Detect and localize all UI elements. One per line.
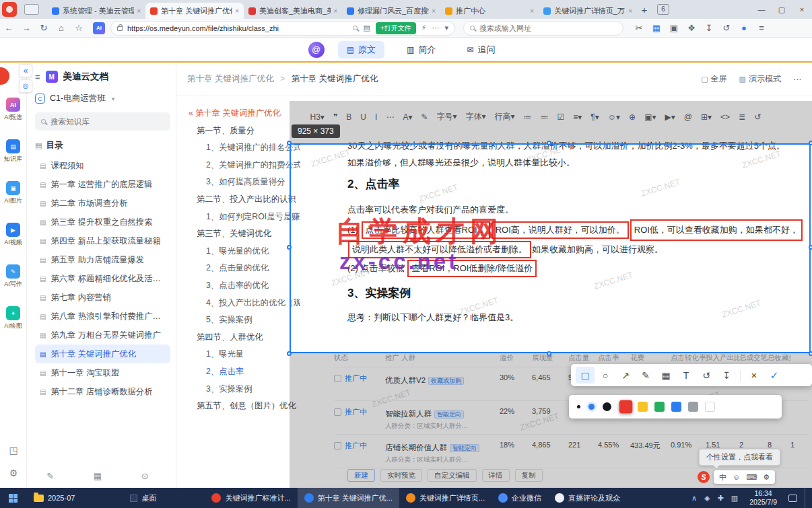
tab-close-icon[interactable]: × — [137, 7, 141, 15]
text-tool[interactable]: T — [677, 367, 696, 384]
hamburger-icon[interactable]: ≡ — [35, 72, 40, 82]
window-close-button[interactable]: × — [792, 5, 812, 13]
browser-tab[interactable]: 关键词推广详情页_万... × — [539, 3, 637, 19]
extensions-icon[interactable]: ❖ — [683, 23, 700, 33]
edit-icon[interactable]: ✎ — [46, 471, 54, 481]
ime-button[interactable]: ⚙ — [763, 473, 770, 482]
tray-icon[interactable]: ▥ — [731, 494, 738, 503]
chapter-item[interactable]: ▤ 第三章 提升权重之自然搜索 — [35, 213, 170, 231]
reader-mode-icon[interactable]: ▣ — [665, 23, 683, 33]
toc-item[interactable]: 5、实操案例 — [189, 312, 300, 329]
tray-icon[interactable]: ∧ — [691, 494, 697, 503]
color-swatch[interactable] — [654, 402, 665, 412]
browser-tab[interactable]: 修理漏门风云_百度搜索 × — [342, 3, 440, 19]
breadcrumb-parent[interactable]: 第十章 关键词推广优化 — [187, 74, 273, 83]
brush-size-dot[interactable] — [588, 404, 595, 410]
tab-close-icon[interactable]: × — [432, 7, 436, 15]
back-icon[interactable]: ← — [0, 23, 18, 33]
color-swatch[interactable] — [619, 400, 633, 414]
taskbar-app-button[interactable]: 关键词推广详情页... — [399, 488, 492, 508]
toc-item[interactable]: 3、点击率的优化 — [189, 277, 300, 295]
rail-ai-video[interactable]: ▶ AI视频 — [4, 223, 22, 247]
browser-tab[interactable]: 系统管理 - 美迪云管理... × — [47, 3, 145, 19]
taskbar-clock[interactable]: 16:34 2025/7/9 — [745, 489, 781, 507]
toc-item[interactable]: 3、实操案例 — [189, 381, 300, 398]
resize-handle[interactable] — [287, 141, 292, 145]
toc-item[interactable]: 第五节、创意（图片）优化 — [189, 398, 300, 415]
window-minimize-button[interactable]: — — [751, 5, 772, 13]
taskbar-app-button[interactable]: 企业微信 — [492, 488, 548, 508]
fullscreen-button[interactable]: ▢全屏 — [701, 73, 726, 85]
kb-search-input[interactable] — [50, 118, 151, 126]
show-desktop-button[interactable] — [805, 488, 808, 508]
tab-close-icon[interactable]: × — [235, 7, 239, 15]
power-icon[interactable]: ⊙ — [141, 471, 149, 481]
rail-ai-draw[interactable]: ✦ AI绘图 — [4, 306, 22, 330]
chapter-item[interactable]: ▤ 第十一章 淘宝联盟 — [35, 363, 170, 382]
rail-ai-select[interactable]: AI AI甄选 — [4, 98, 22, 122]
ime-button[interactable]: ☺ — [733, 473, 740, 481]
taskbar-app-button[interactable]: 直播评论及观众 — [548, 488, 627, 508]
browser-tab[interactable]: 美迪创客_美迪电商_美... × — [244, 3, 342, 19]
chapter-item[interactable]: ▤ 第十二章 店铺诊断数据分析 — [35, 382, 170, 401]
toc-item[interactable]: 2、关键词推广的扣费公式 — [189, 157, 300, 174]
view-mode-button[interactable]: ▤ 原文 — [338, 41, 384, 59]
rail-knowledge-base[interactable]: ▤ 知识库 — [4, 139, 22, 164]
cancel-capture-icon[interactable]: × — [745, 367, 764, 384]
toc-item[interactable]: 2、点击量的优化 — [189, 260, 300, 277]
toc-item[interactable]: 第四节、人群优化 — [189, 329, 300, 347]
taskbar-desktop-button[interactable]: 桌面 — [123, 488, 163, 508]
ime-button[interactable]: 中 — [719, 472, 726, 482]
screenshot-selection[interactable] — [290, 143, 811, 353]
pen-tool[interactable]: ✎ — [636, 367, 655, 384]
ai-assistant-icon[interactable]: AI — [93, 22, 105, 34]
toc-item[interactable]: 第三节、关键词优化 — [189, 225, 300, 243]
class-selector[interactable]: C C1-电商运营班 ▾ — [35, 93, 170, 104]
tab-close-icon[interactable]: × — [628, 7, 632, 15]
toc-item[interactable]: 第一节、质量分 — [189, 122, 300, 140]
rail-ai-writing[interactable]: ✎ AI写作 — [4, 264, 22, 289]
screenshot-scissors-icon[interactable]: ✂ — [630, 23, 648, 33]
chapter-item[interactable]: ▤ 课程须知 — [35, 156, 170, 175]
new-tab-button[interactable]: + — [637, 4, 652, 15]
taskbar-app-button[interactable]: 第十章 关键词推广优... — [298, 488, 399, 508]
chapter-item[interactable]: ▤ 第二章 市场调查分析 — [35, 194, 170, 213]
toc-item[interactable]: 1、关键词推广的排名公式 — [189, 139, 300, 157]
toc-item[interactable]: 3、如何提高质量得分 — [189, 174, 300, 191]
bookmark-star-icon[interactable]: ☆ — [70, 23, 88, 33]
taskbar-folder-button[interactable]: 2025-07 — [27, 488, 81, 508]
rail-ai-image[interactable]: ▣ AI图片 — [4, 181, 22, 205]
resize-handle[interactable] — [547, 141, 551, 145]
history-icon[interactable]: ↺ — [718, 23, 735, 33]
brush-size-dot[interactable] — [577, 405, 580, 408]
taskbar-app-button[interactable]: 关键词推广标准计... — [205, 488, 297, 508]
apps-icon[interactable]: ▦ — [94, 471, 102, 481]
resize-handle[interactable] — [287, 245, 292, 250]
arrow-tool[interactable]: ↗ — [616, 367, 635, 384]
open-file-button[interactable]: +打开文件 — [376, 22, 416, 34]
chapter-item[interactable]: ▤ 第五章 助力店铺流量爆发 — [35, 250, 170, 269]
toc-item[interactable]: 4、投入产出比的优化（观察7天/15... — [189, 295, 300, 312]
chapter-item[interactable]: ▤ 第八章 热浪引擎和付费推广简介 — [35, 307, 170, 326]
toc-item[interactable]: 第二节、投入产出比的认识 — [189, 191, 300, 209]
kb-search-box[interactable] — [35, 112, 170, 131]
color-swatch[interactable] — [638, 402, 648, 412]
browser-tab[interactable]: 第十章 关键词推广优化 × — [145, 3, 244, 19]
present-mode-button[interactable]: ▥演示模式 — [739, 73, 781, 85]
quick-action-icon[interactable]: ⚡ — [421, 24, 427, 32]
more-options-icon[interactable]: ⋯ — [793, 75, 801, 84]
ellipse-tool[interactable]: ○ — [596, 367, 615, 384]
rect-tool[interactable]: ▢ — [576, 367, 595, 384]
browser-menu-icon[interactable]: ≡ — [753, 23, 770, 33]
home-icon[interactable]: ⌂ — [53, 23, 70, 33]
download-icon[interactable]: ↧ — [700, 23, 718, 33]
dropdown-chevron-icon[interactable]: ▾ — [444, 24, 448, 32]
browser-logo-icon[interactable] — [2, 2, 17, 17]
plugin-icon[interactable]: ◳ — [9, 445, 18, 456]
resize-handle[interactable] — [809, 351, 812, 356]
chapter-item[interactable]: ▤ 第七章 内容营销 — [35, 288, 170, 307]
save-tool[interactable]: ↧ — [717, 367, 736, 384]
undo-tool[interactable]: ↺ — [697, 367, 716, 384]
resize-handle[interactable] — [287, 351, 292, 356]
browser-tab[interactable]: 推广中心 × — [440, 3, 539, 19]
